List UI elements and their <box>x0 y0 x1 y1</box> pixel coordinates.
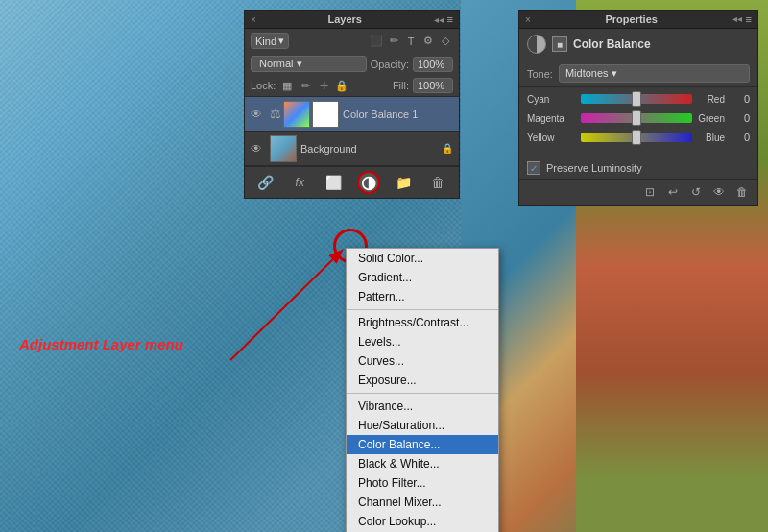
delete-btn[interactable]: 🗑 <box>732 182 752 202</box>
new-adjustment-btn[interactable]: ◑ <box>357 171 380 194</box>
background-lock-icon: 🔒 <box>442 143 453 154</box>
menu-item-hue-sat[interactable]: Hue/Saturation... <box>347 416 498 435</box>
layers-panel-titlebar: × Layers ◂◂ ≡ <box>245 11 459 29</box>
blend-row: Normal ▾ Opacity: 100% <box>245 53 459 75</box>
cyan-red-thumb[interactable] <box>632 91 641 107</box>
fill-value[interactable]: 100% <box>413 78 453 93</box>
properties-collapse-btn[interactable]: ◂◂ <box>732 13 742 25</box>
red-label: Red <box>696 94 725 105</box>
magenta-green-value: 0 <box>729 112 750 124</box>
kind-row: Kind ▾ ⬛ ✏ T ⚙ ◇ <box>245 29 459 53</box>
tone-row: Tone: Midtones ▾ <box>519 60 757 87</box>
menu-item-vibrance[interactable]: Vibrance... <box>347 397 498 416</box>
properties-close-btn[interactable]: × <box>525 14 531 25</box>
cyan-label: Cyan <box>527 94 577 105</box>
opacity-value[interactable]: 100% <box>413 57 453 72</box>
layers-panel: × Layers ◂◂ ≡ Kind ▾ ⬛ ✏ T ⚙ ◇ Normal ▾ … <box>244 10 460 199</box>
kind-icon-2[interactable]: ✏ <box>386 34 401 49</box>
yellow-label: Yellow <box>527 133 577 143</box>
cyan-red-slider[interactable] <box>581 94 692 104</box>
cyan-red-value: 0 <box>729 93 750 105</box>
lock-all-btn[interactable]: 🔒 <box>334 78 349 93</box>
color-balance-title: Color Balance <box>573 37 651 51</box>
preserve-luminosity-row: ✓ Preserve Luminosity <box>519 157 757 179</box>
reset-btn[interactable]: ↺ <box>686 182 706 202</box>
lock-row: Lock: ▦ ✏ ✛ 🔒 Fill: 100% <box>245 75 459 97</box>
layers-menu-btn[interactable]: ≡ <box>447 13 453 25</box>
menu-item-gradient[interactable]: Gradient... <box>347 268 498 287</box>
layers-list: 👁 ⚖ Color Balance 1 👁 Background 🔒 <box>245 97 459 166</box>
mask-btn[interactable]: ⬜ <box>324 172 345 193</box>
menu-sep-1 <box>347 309 498 310</box>
kind-icon-1[interactable]: ⬛ <box>369 34 384 49</box>
cyan-red-slider-row: Cyan Red 0 <box>527 93 750 105</box>
magenta-green-thumb[interactable] <box>632 110 641 126</box>
green-label: Green <box>696 113 725 124</box>
kind-dropdown[interactable]: Kind ▾ <box>251 33 289 49</box>
properties-controls: ◂◂ ≡ <box>732 13 752 25</box>
layer-name-background: Background <box>300 143 438 155</box>
kind-icon-5[interactable]: ◇ <box>438 34 453 49</box>
fill-label: Fill: <box>393 80 409 91</box>
color-balance-icon <box>527 35 546 54</box>
layer-item-background[interactable]: 👁 Background 🔒 <box>245 132 459 166</box>
fx-btn[interactable]: fx <box>289 172 310 193</box>
layers-close-btn[interactable]: × <box>251 14 256 25</box>
clip-btn[interactable]: ⊡ <box>640 182 660 202</box>
menu-item-solid-color[interactable]: Solid Color... <box>347 249 498 268</box>
layer-item-color-balance[interactable]: 👁 ⚖ Color Balance 1 <box>245 97 459 132</box>
magenta-green-slider[interactable] <box>581 113 692 123</box>
menu-item-photo-filter[interactable]: Photo Filter... <box>347 473 498 493</box>
lock-position-btn[interactable]: ✛ <box>316 78 331 93</box>
properties-panel: × Properties ◂◂ ≡ ■ Color Balance Tone: … <box>518 10 758 206</box>
color-sliders: Cyan Red 0 Magenta Green 0 Yellow Blue 0 <box>519 87 757 157</box>
layer-eye-background[interactable]: 👁 <box>251 142 266 156</box>
properties-title: Properties <box>606 13 658 25</box>
layers-title: Layers <box>327 13 361 25</box>
lock-transparency-btn[interactable]: ▦ <box>279 78 295 93</box>
magenta-label: Magenta <box>527 113 577 124</box>
properties-toolbar: ⊡ ↩ ↺ 👁 🗑 <box>519 179 757 205</box>
layer-mask-thumb <box>312 101 339 128</box>
kind-dropdown-arrow: ▾ <box>278 35 284 47</box>
preserve-checkbox[interactable]: ✓ <box>527 161 540 175</box>
color-balance-header: ■ Color Balance <box>519 29 757 60</box>
menu-item-brightness[interactable]: Brightness/Contrast... <box>347 313 498 332</box>
tone-label: Tone: <box>527 68 553 80</box>
delete-layer-btn[interactable]: 🗑 <box>427 172 448 193</box>
blue-label: Blue <box>696 133 725 143</box>
menu-item-bw[interactable]: Black & White... <box>347 454 498 473</box>
visibility-toggle[interactable]: ■ <box>552 36 567 52</box>
yellow-blue-slider-row: Yellow Blue 0 <box>527 132 750 143</box>
layer-icons-color-balance: ⚖ <box>270 101 339 128</box>
lock-icons: ▦ ✏ ✛ 🔒 <box>279 78 349 93</box>
tone-dropdown[interactable]: Midtones ▾ <box>559 64 750 83</box>
layer-eye-color-balance[interactable]: 👁 <box>251 108 266 121</box>
kind-label: Kind <box>255 36 276 47</box>
yellow-blue-slider[interactable] <box>581 133 692 142</box>
layer-icons-background <box>270 135 297 162</box>
blend-mode-dropdown[interactable]: Normal ▾ <box>251 56 367 72</box>
yellow-blue-value: 0 <box>729 132 750 143</box>
properties-menu-btn[interactable]: ≡ <box>746 13 752 25</box>
visibility-btn[interactable]: 👁 <box>709 182 729 202</box>
context-menu: Solid Color... Gradient... Pattern... Br… <box>346 248 499 532</box>
yellow-blue-thumb[interactable] <box>632 130 641 145</box>
properties-titlebar: × Properties ◂◂ ≡ <box>519 11 757 29</box>
prev-state-btn[interactable]: ↩ <box>663 182 683 202</box>
menu-item-levels[interactable]: Levels... <box>347 332 498 351</box>
menu-item-exposure[interactable]: Exposure... <box>347 371 498 390</box>
menu-item-pattern[interactable]: Pattern... <box>347 287 498 306</box>
lock-paint-btn[interactable]: ✏ <box>298 78 313 93</box>
menu-item-curves[interactable]: Curves... <box>347 351 498 371</box>
menu-item-channel-mixer[interactable]: Channel Mixer... <box>347 493 498 512</box>
kind-icon-3[interactable]: T <box>403 34 419 49</box>
menu-item-color-lookup[interactable]: Color Lookup... <box>347 512 498 531</box>
kind-icon-4[interactable]: ⚙ <box>420 34 436 49</box>
menu-item-color-balance[interactable]: Color Balance... <box>347 435 498 454</box>
opacity-label: Opacity: <box>371 59 409 70</box>
lock-label: Lock: <box>251 80 276 91</box>
link-btn[interactable]: 🔗 <box>255 172 276 193</box>
layers-collapse-btn[interactable]: ◂◂ <box>434 14 444 25</box>
new-group-btn[interactable]: 📁 <box>394 172 415 193</box>
